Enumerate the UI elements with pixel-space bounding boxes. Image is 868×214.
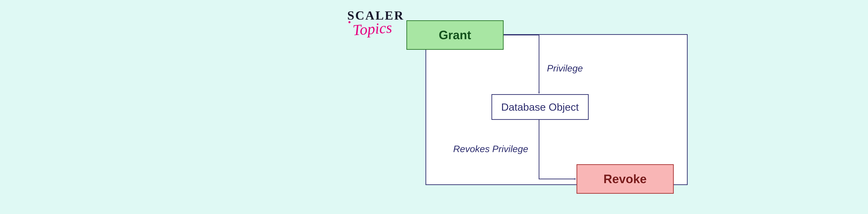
database-object-label: Database Object: [501, 101, 579, 113]
grant-box: Grant: [406, 20, 504, 50]
privilege-edge-label: Privilege: [547, 63, 583, 74]
database-object-box: Database Object: [492, 94, 589, 120]
revokes-privilege-edge-label: Revokes Privilege: [453, 143, 528, 154]
revoke-label: Revoke: [603, 172, 647, 186]
logo-dot-icon: [348, 21, 350, 23]
diagram-canvas: SCALER Topics Grant Database Object Revo…: [347, 3, 694, 211]
revoke-box: Revoke: [577, 164, 674, 194]
grant-label: Grant: [439, 28, 471, 42]
